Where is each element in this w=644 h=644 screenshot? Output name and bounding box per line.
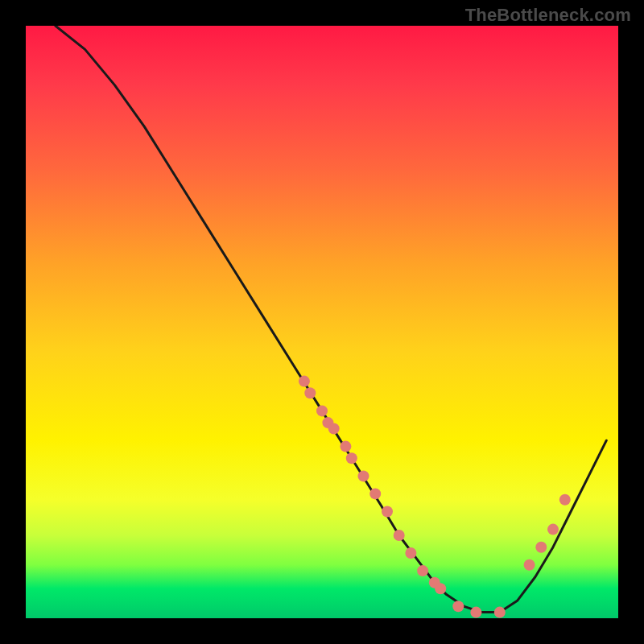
curve-marker xyxy=(358,470,369,481)
curve-marker xyxy=(304,387,316,398)
curve-marker xyxy=(394,530,405,541)
curve-marker xyxy=(494,607,506,618)
curve-marker xyxy=(435,583,446,594)
chart-frame: TheBottleneck.com xyxy=(0,0,644,644)
curve-marker xyxy=(369,488,381,499)
curve-marker xyxy=(524,559,535,571)
curve-marker xyxy=(316,405,328,416)
curve-marker xyxy=(328,423,340,435)
curve-marker xyxy=(547,524,559,535)
curve-marker xyxy=(382,506,393,518)
curve-marker xyxy=(405,547,416,559)
curve-marker xyxy=(559,494,571,506)
curve-marker xyxy=(535,542,547,553)
curve-marker xyxy=(299,376,310,387)
curve-marker xyxy=(470,607,481,618)
curve-layer xyxy=(26,26,618,618)
curve-marker xyxy=(340,441,351,452)
curve-marker xyxy=(417,565,428,576)
attribution-label: TheBottleneck.com xyxy=(465,5,631,26)
bottleneck-curve xyxy=(56,26,607,613)
curve-marker xyxy=(452,601,464,612)
curve-marker xyxy=(346,452,357,464)
highlight-markers xyxy=(299,376,571,618)
gradient-plot-area xyxy=(26,26,618,618)
bottleneck-curve-path xyxy=(56,26,607,613)
